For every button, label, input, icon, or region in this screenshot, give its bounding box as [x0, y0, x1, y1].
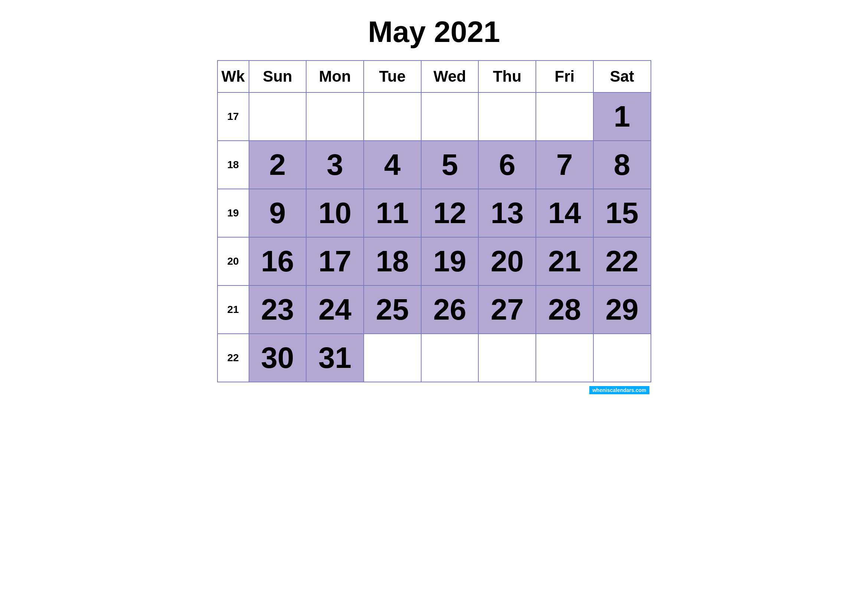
day-cell: 27: [478, 285, 536, 334]
week-number: 17: [217, 92, 249, 141]
day-cell: 28: [536, 285, 594, 334]
header-tue: Tue: [364, 60, 421, 92]
day-cell: 17: [306, 237, 364, 285]
calendar-table: Wk Sun Mon Tue Wed Thu Fri Sat 171182345…: [217, 60, 651, 382]
day-cell: 14: [536, 189, 594, 237]
week-number: 21: [217, 285, 249, 334]
day-cell: 20: [478, 237, 536, 285]
calendar-page: May 2021 Wk Sun Mon Tue Wed Thu Fri Sat …: [217, 8, 651, 394]
table-row: 2016171819202122: [217, 237, 651, 285]
day-cell: [594, 334, 651, 382]
day-cell: 26: [421, 285, 479, 334]
day-cell: 4: [364, 141, 421, 189]
day-cell: 18: [364, 237, 421, 285]
header-fri: Fri: [536, 60, 594, 92]
day-cell: [249, 92, 307, 141]
week-number: 18: [217, 141, 249, 189]
day-cell: 2: [249, 141, 307, 189]
day-cell: 16: [249, 237, 307, 285]
day-cell: [421, 92, 479, 141]
table-row: 199101112131415: [217, 189, 651, 237]
week-number: 20: [217, 237, 249, 285]
table-row: 223031: [217, 334, 651, 382]
day-cell: 5: [421, 141, 479, 189]
day-cell: 30: [249, 334, 307, 382]
day-cell: 8: [594, 141, 651, 189]
day-cell: [536, 92, 594, 141]
calendar-body: 1711823456781991011121314152016171819202…: [217, 92, 651, 382]
table-row: 171: [217, 92, 651, 141]
day-cell: 23: [249, 285, 307, 334]
watermark-text: wheniscalendars.com: [589, 386, 649, 394]
day-cell: 9: [249, 189, 307, 237]
day-cell: 15: [594, 189, 651, 237]
watermark-container: wheniscalendars.com: [217, 386, 651, 394]
header-thu: Thu: [478, 60, 536, 92]
day-cell: 25: [364, 285, 421, 334]
day-cell: [306, 92, 364, 141]
day-cell: [364, 92, 421, 141]
table-row: 2123242526272829: [217, 285, 651, 334]
header-mon: Mon: [306, 60, 364, 92]
day-cell: 13: [478, 189, 536, 237]
table-row: 182345678: [217, 141, 651, 189]
day-cell: 29: [594, 285, 651, 334]
day-cell: 10: [306, 189, 364, 237]
header-sat: Sat: [594, 60, 651, 92]
day-cell: 31: [306, 334, 364, 382]
header-row: Wk Sun Mon Tue Wed Thu Fri Sat: [217, 60, 651, 92]
day-cell: 1: [594, 92, 651, 141]
week-number: 22: [217, 334, 249, 382]
day-cell: 12: [421, 189, 479, 237]
day-cell: [478, 92, 536, 141]
day-cell: 19: [421, 237, 479, 285]
day-cell: [364, 334, 421, 382]
header-wed: Wed: [421, 60, 479, 92]
header-sun: Sun: [249, 60, 307, 92]
day-cell: 6: [478, 141, 536, 189]
week-number: 19: [217, 189, 249, 237]
day-cell: [536, 334, 594, 382]
header-wk: Wk: [217, 60, 249, 92]
day-cell: [421, 334, 479, 382]
day-cell: 11: [364, 189, 421, 237]
day-cell: 24: [306, 285, 364, 334]
day-cell: 7: [536, 141, 594, 189]
calendar-title: May 2021: [217, 8, 651, 60]
day-cell: [478, 334, 536, 382]
day-cell: 22: [594, 237, 651, 285]
day-cell: 21: [536, 237, 594, 285]
day-cell: 3: [306, 141, 364, 189]
